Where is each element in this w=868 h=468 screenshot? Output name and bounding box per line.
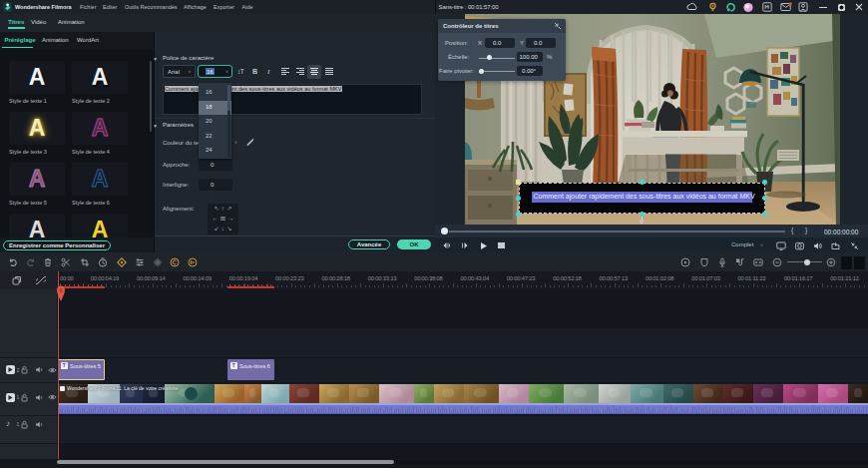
svg-text:6: 6 [59,287,62,293]
